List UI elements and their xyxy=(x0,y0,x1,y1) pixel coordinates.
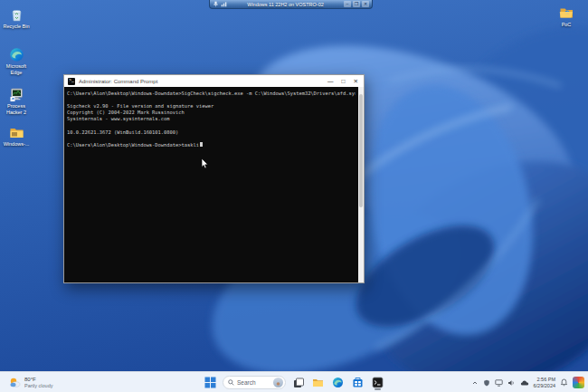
cmd-minimize-button[interactable]: — xyxy=(327,75,334,87)
desktop-icon-label: Microsoft Edge xyxy=(0,63,33,75)
security-shield-icon[interactable] xyxy=(483,379,490,387)
mouse-cursor xyxy=(201,158,209,169)
display-icon[interactable] xyxy=(495,379,503,387)
rdp-minimize-button[interactable]: – xyxy=(344,1,351,7)
task-view-button[interactable] xyxy=(290,375,306,390)
cmd-app-icon xyxy=(68,78,75,85)
cmd-body[interactable]: C:\Users\Alon\Desktop\Windows-Downdate>S… xyxy=(64,87,364,282)
console-line xyxy=(67,97,356,103)
edge-icon xyxy=(9,47,24,62)
recycle-bin-icon xyxy=(9,7,24,23)
clock-date: 6/29/2024 xyxy=(534,383,555,389)
desktop-icon-microsoft-edge[interactable]: Microsoft Edge xyxy=(0,47,33,75)
rdp-connection-bar[interactable]: Windows 11 22H2 on VOSTRO-02 – ❐ ✕ xyxy=(209,0,373,9)
volume-icon[interactable] xyxy=(507,379,516,387)
hidden-icons-chevron[interactable] xyxy=(471,379,479,387)
clock[interactable]: 2:56 PM 6/29/2024 xyxy=(534,377,555,388)
command-prompt-icon xyxy=(372,377,384,388)
console-line: Sigcheck v2.90 - File version and signat… xyxy=(67,103,356,110)
taskbar-center: Search xyxy=(203,372,385,392)
weather-condition: Partly cloudy xyxy=(24,383,53,389)
weather-temperature: 80°F xyxy=(24,377,53,383)
open-folder-icon xyxy=(559,5,574,21)
cmd-maximize-button[interactable]: □ xyxy=(342,75,346,87)
console-output[interactable]: C:\Users\Alon\Desktop\Windows-Downdate>S… xyxy=(67,91,356,281)
microsoft-store-button[interactable] xyxy=(350,375,365,390)
console-line xyxy=(67,136,356,142)
desktop-icon-windows-downdate-folder[interactable]: Windows-... xyxy=(0,125,33,148)
desktop-icon-label: Recycle Bin xyxy=(0,24,33,30)
file-explorer-button[interactable] xyxy=(310,375,326,390)
active-app-indicator xyxy=(375,388,381,390)
process-hacker-icon xyxy=(9,87,24,102)
console-line: Copyright (C) 2004-2022 Mark Russinovich xyxy=(67,110,356,116)
rdp-title: Windows 11 22H2 on VOSTRO-02 xyxy=(229,1,342,8)
cmd-window[interactable]: Administrator: Command Prompt — □ ✕ C:\U… xyxy=(63,74,365,283)
desktop-icon-label: Windows-... xyxy=(0,141,33,148)
colorful-app-tray-icon[interactable] xyxy=(573,377,584,388)
cmd-close-button[interactable]: ✕ xyxy=(354,75,358,87)
search-box[interactable]: Search xyxy=(223,376,286,389)
desktop-icon-recycle-bin[interactable]: Recycle Bin xyxy=(0,7,33,30)
screen: Windows 11 22H2 on VOSTRO-02 – ❐ ✕ Recyc… xyxy=(0,0,588,392)
task-view-icon xyxy=(293,378,304,388)
weather-widget[interactable]: 80°F Partly cloudy xyxy=(6,374,56,391)
partly-cloudy-icon xyxy=(9,377,21,388)
start-button[interactable] xyxy=(203,375,218,390)
connection-quality-icon xyxy=(221,1,227,7)
desktop-icon-label: Process Hacker 2 xyxy=(0,103,33,115)
search-icon xyxy=(228,379,234,386)
desktop-icon-poc-folder[interactable]: PoC xyxy=(550,5,583,28)
folder-icon xyxy=(9,125,24,140)
rdp-restore-button[interactable]: ❐ xyxy=(353,1,360,7)
text-cursor xyxy=(200,142,203,147)
desktop-icon-label: PoC xyxy=(550,22,583,28)
console-line: C:\Users\Alon\Desktop\Windows-Downdate>t… xyxy=(67,142,356,148)
system-tray: 2:56 PM 6/29/2024 xyxy=(471,372,584,392)
desktop-icon-process-hacker[interactable]: Process Hacker 2 xyxy=(0,87,33,115)
edge-browser-button[interactable] xyxy=(330,375,346,390)
file-explorer-icon xyxy=(312,377,324,388)
onedrive-cloud-icon[interactable] xyxy=(520,379,529,387)
clock-time: 2:56 PM xyxy=(534,377,555,383)
rdp-close-button[interactable]: ✕ xyxy=(362,1,369,7)
taskbar: 80°F Partly cloudy Search xyxy=(0,371,588,392)
windows-logo-icon xyxy=(204,377,216,388)
console-line: Sysinternals - www.sysinternals.com xyxy=(67,116,356,122)
microsoft-store-icon xyxy=(352,377,364,388)
cmd-scrollbar[interactable] xyxy=(358,87,364,282)
console-line: C:\Users\Alon\Desktop\Windows-Downdate>S… xyxy=(67,91,356,97)
search-highlight-avatar[interactable] xyxy=(273,378,283,387)
cmd-scrollbar-thumb[interactable] xyxy=(359,94,363,207)
notification-bell-icon[interactable] xyxy=(560,378,568,387)
console-line xyxy=(67,122,356,129)
pin-icon[interactable] xyxy=(213,1,219,7)
edge-taskbar-icon xyxy=(332,377,344,388)
command-prompt-taskbar-button[interactable] xyxy=(370,375,385,390)
cmd-titlebar[interactable]: Administrator: Command Prompt — □ ✕ xyxy=(64,75,364,87)
console-line: 10.0.22621.3672 (WinBuild.160101.0800) xyxy=(67,129,356,136)
search-placeholder: Search xyxy=(237,379,270,386)
cmd-window-title: Administrator: Command Prompt xyxy=(79,79,324,84)
